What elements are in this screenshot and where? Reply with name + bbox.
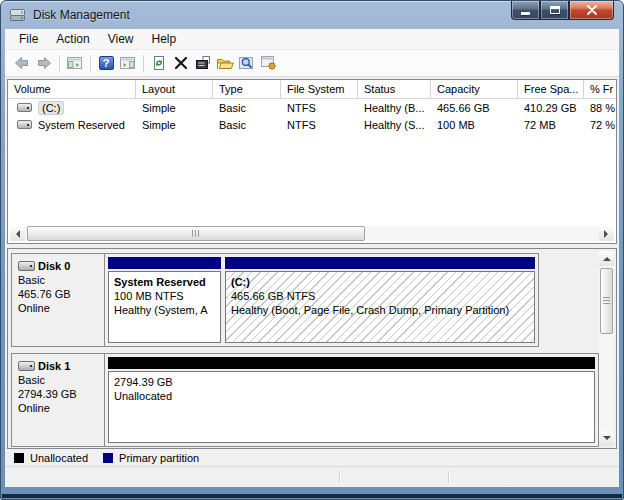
partition-system-reserved[interactable]: System Reserved 100 MB NTFS Healthy (Sys… [108,257,221,343]
column-header-pct-free[interactable]: % Fr [584,80,616,98]
vertical-scrollbar[interactable] [599,251,614,446]
scroll-up-button[interactable] [599,251,614,266]
column-header-free-space[interactable]: Free Spa... [518,80,584,98]
arrow-left-icon [12,230,20,238]
disk-1-partitions: 2794.39 GB Unallocated [105,354,598,446]
legend-bar: Unallocated Primary partition [5,449,619,466]
maximize-icon [550,6,560,14]
status-bar [5,466,619,487]
back-icon[interactable] [11,53,33,73]
volume-file-system: NTFS [281,102,358,114]
volume-pct-free: 72 % [584,119,616,131]
scrollbar-track[interactable] [25,226,599,241]
disk-0-label[interactable]: Disk 0 Basic 465.76 GB Online [12,254,105,346]
unallocated-region[interactable]: 2794.39 GB Unallocated [108,357,595,443]
partition-size: 100 MB NTFS [114,289,220,303]
volume-pct-free: 88 % [584,102,616,114]
window-title: Disk Management [33,8,130,22]
scrollbar-thumb[interactable] [600,268,613,334]
scroll-down-button[interactable] [599,431,614,446]
graphical-view-pane: Disk 0 Basic 465.76 GB Online System Res… [7,248,617,449]
show-console-tree-icon[interactable] [64,53,86,73]
disk-status: Online [18,301,102,315]
arrow-down-icon [603,436,611,444]
region-status: Unallocated [114,389,594,403]
partition-label: System Reserved [114,275,220,289]
scroll-right-button[interactable] [599,226,614,241]
properties-icon[interactable] [192,53,214,73]
volume-name: (C:) [38,101,64,115]
horizontal-scrollbar[interactable] [10,226,614,241]
partition-label: (C:) [231,275,534,289]
minimize-icon [521,12,530,15]
disk-icon [18,361,35,371]
legend-label: Unallocated [30,452,88,464]
disk-row: Disk 1 Basic 2794.39 GB Online 2794.39 G… [11,353,599,447]
disk-0-partitions: System Reserved 100 MB NTFS Healthy (Sys… [105,254,539,346]
disk-management-window: Disk Management File Action View Help [0,0,624,500]
status-divider [448,471,449,483]
scroll-left-button[interactable] [10,226,25,241]
toolbar-separator [59,55,60,72]
manage-settings-icon[interactable] [258,53,280,73]
help-icon[interactable]: ? [95,53,117,73]
disk-name: Disk 1 [38,359,70,373]
partition-status: Healthy (System, A [114,303,220,317]
arrow-right-icon [604,230,612,238]
volume-list-pane: Volume Layout Type File System Status Ca… [7,79,617,244]
disk-1-label[interactable]: Disk 1 Basic 2794.39 GB Online [12,354,105,446]
column-header-file-system[interactable]: File System [281,80,358,98]
volume-drive-icon [17,120,32,129]
title-bar[interactable]: Disk Management [1,1,623,29]
grip-icon [603,297,610,306]
volume-status: Healthy (B... [358,102,431,114]
menu-view[interactable]: View [99,30,143,48]
volume-free-space: 72 MB [518,119,584,131]
minimize-button[interactable] [511,1,540,20]
table-row[interactable]: (C:) Simple Basic NTFS Healthy (B... 465… [8,99,616,116]
disk-type: Basic [18,373,102,387]
volume-capacity: 465.66 GB [431,102,518,114]
arrow-up-icon [603,253,611,261]
unallocated-swatch-icon [14,453,24,463]
menu-file[interactable]: File [10,30,47,48]
partition-color-bar [225,257,535,269]
column-header-type[interactable]: Type [213,80,281,98]
table-row[interactable]: System Reserved Simple Basic NTFS Health… [8,116,616,133]
forward-icon[interactable] [33,53,55,73]
volume-type: Basic [213,119,281,131]
maximize-button[interactable] [540,1,569,20]
column-header-volume[interactable]: Volume [8,80,136,98]
menu-action[interactable]: Action [47,30,98,48]
disk-icon [18,261,35,271]
disk-status: Online [18,401,102,415]
partition-c[interactable]: (C:) 465.66 GB NTFS Healthy (Boot, Page … [225,257,535,343]
column-header-layout[interactable]: Layout [136,80,213,98]
partition-color-bar [108,257,221,269]
volume-status: Healthy (S... [358,119,431,131]
app-icon [9,7,27,23]
disk-size: 2794.39 GB [18,387,102,401]
menu-help[interactable]: Help [143,30,186,48]
legend-item-primary-partition: Primary partition [103,452,199,464]
volume-drive-icon [17,103,32,112]
volume-name: System Reserved [38,119,125,131]
volume-list-header: Volume Layout Type File System Status Ca… [8,80,616,99]
toolbar-separator [143,55,144,72]
volume-layout: Simple [136,119,213,131]
volume-free-space: 410.29 GB [518,102,584,114]
column-header-capacity[interactable]: Capacity [431,80,518,98]
partition-color-bar [108,357,595,369]
client-area: File Action View Help [5,29,619,487]
delete-icon[interactable] [170,53,192,73]
volume-type: Basic [213,102,281,114]
close-button[interactable] [569,1,614,20]
refresh-icon[interactable] [148,53,170,73]
find-icon[interactable] [236,53,258,73]
open-folder-icon[interactable] [214,53,236,73]
show-action-pane-icon[interactable] [117,53,139,73]
partition-status: Healthy (Boot, Page File, Crash Dump, Pr… [231,303,534,317]
scrollbar-thumb[interactable] [27,226,365,241]
disk-type: Basic [18,273,102,287]
column-header-status[interactable]: Status [358,80,431,98]
